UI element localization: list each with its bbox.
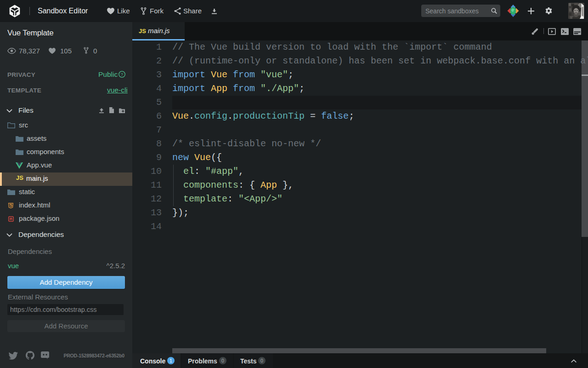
svg-text:?: ? xyxy=(121,72,123,77)
